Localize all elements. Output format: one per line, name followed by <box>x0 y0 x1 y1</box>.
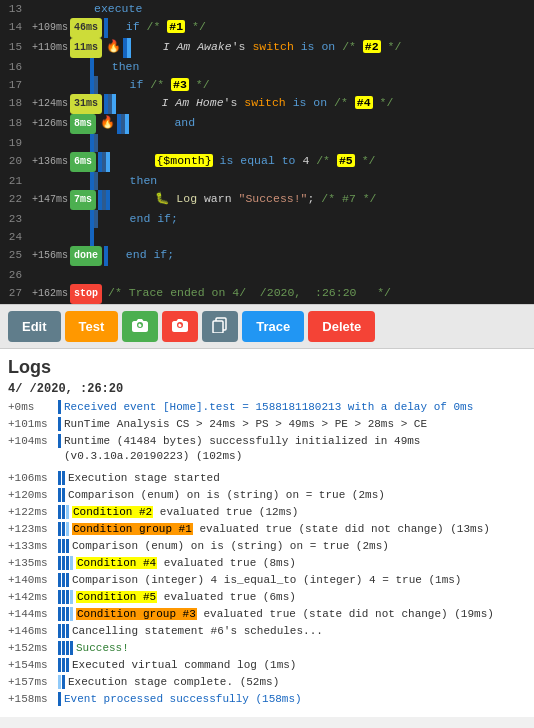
camera2-button[interactable] <box>162 311 198 342</box>
logs-title: Logs <box>8 357 526 378</box>
delete-button[interactable]: Delete <box>308 311 375 342</box>
camera2-icon <box>172 318 188 332</box>
log-entry-157ms: +157ms Execution stage complete. (52ms) <box>8 675 526 691</box>
log-entry-101ms: +101ms RunTime Analysis CS > 24ms > PS >… <box>8 417 526 433</box>
code-line-26: 26 <box>0 266 534 284</box>
camera1-button[interactable] <box>122 311 158 342</box>
code-line-18: 18 +124ms 31ms I Am Home's switch is on … <box>0 94 534 114</box>
log-entry-135ms: +135ms Condition #4 evaluated true (8ms) <box>8 556 526 572</box>
camera1-icon <box>132 318 148 332</box>
log-timestamp: 4/ /2020, :26:20 <box>8 382 526 396</box>
log-entry-120ms: +120ms Comparison (enum) on is (string) … <box>8 488 526 504</box>
log-entry-146ms: +146ms Cancelling statement #6's schedul… <box>8 624 526 640</box>
code-line-24: 24 <box>0 228 534 246</box>
code-line-22: 22 +147ms 7ms 🐛 Log warn "Success!"; /* … <box>0 190 534 210</box>
code-line-21: 21 then <box>0 172 534 190</box>
code-line-23: 23 end if; <box>0 210 534 228</box>
log-entry-0ms: +0ms Received event [Home].test = 158818… <box>8 400 526 416</box>
log-entry-140ms: +140ms Comparison (integer) 4 is_equal_t… <box>8 573 526 589</box>
code-line-25: 25 +156ms done end if; <box>0 246 534 266</box>
code-line-17: 17 if /* #3 */ <box>0 76 534 94</box>
copy-icon <box>212 317 228 333</box>
code-line-18b: 18 +126ms 8ms 🔥 and <box>0 114 534 134</box>
logs-section: Logs 4/ /2020, :26:20 +0ms Received even… <box>0 349 534 717</box>
code-editor: 13 execute 14 +109ms 46ms if /* #1 */ 15… <box>0 0 534 304</box>
log-entry-133ms: +133ms Comparison (enum) on is (string) … <box>8 539 526 555</box>
log-entry-154ms: +154ms Executed virtual command log (1ms… <box>8 658 526 674</box>
code-line-20: 20 +136ms 6ms {$month} is equal to 4 /* … <box>0 152 534 172</box>
log-entry-152ms: +152ms Success! <box>8 641 526 657</box>
test-button[interactable]: Test <box>65 311 119 342</box>
code-line-27: 27 +162ms stop /* Trace ended on 4/ /202… <box>0 284 534 304</box>
log-entry-144ms: +144ms Condition group #3 evaluated true… <box>8 607 526 623</box>
code-line-14: 14 +109ms 46ms if /* #1 */ <box>0 18 534 38</box>
log-entry-106ms: +106ms Execution stage started <box>8 471 526 487</box>
edit-button[interactable]: Edit <box>8 311 61 342</box>
code-line-15: 15 +110ms 11ms 🔥 I Am Awake's switch is … <box>0 38 534 58</box>
svg-rect-1 <box>213 321 223 333</box>
copy-button[interactable] <box>202 311 238 342</box>
log-entry-104ms: +104ms Runtime (41484 bytes) successfull… <box>8 434 526 464</box>
toolbar: Edit Test Trace Delete <box>0 304 534 349</box>
code-line-16: 16 then <box>0 58 534 76</box>
log-entry-142ms: +142ms Condition #5 evaluated true (6ms) <box>8 590 526 606</box>
code-line-13: 13 execute <box>0 0 534 18</box>
code-line-19: 19 <box>0 134 534 152</box>
log-entry-158ms: +158ms Event processed successfully (158… <box>8 692 526 708</box>
log-entry-122ms: +122ms Condition #2 evaluated true (12ms… <box>8 505 526 521</box>
trace-button[interactable]: Trace <box>242 311 304 342</box>
log-entry-123ms: +123ms Condition group #1 evaluated true… <box>8 522 526 538</box>
